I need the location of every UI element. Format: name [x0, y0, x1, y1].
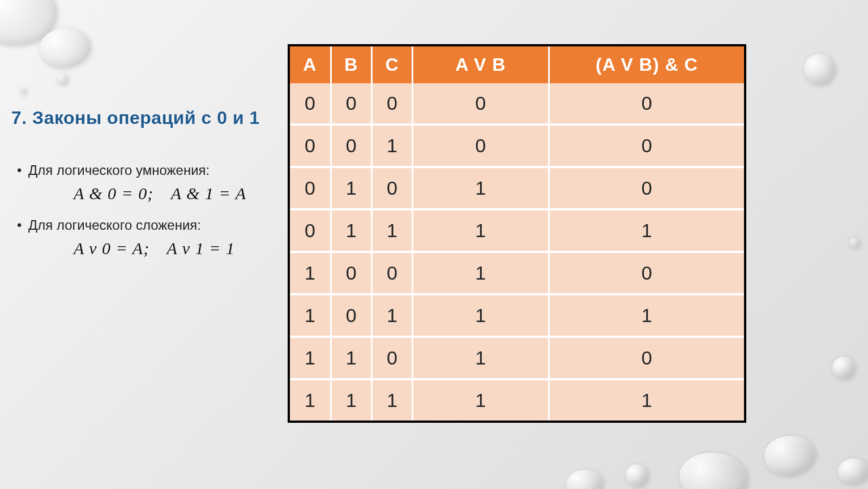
truth-table: A B C A V B (A V B) & C 0000000100010100…: [290, 46, 744, 421]
col-header-b: B: [331, 46, 371, 83]
table-cell: 0: [371, 167, 412, 209]
table-cell: 0: [331, 125, 371, 167]
bubble-decor: [679, 453, 747, 489]
table-cell: 1: [290, 252, 331, 294]
truth-table-container: A B C A V B (A V B) & C 0000000100010100…: [288, 44, 746, 423]
table-row: 10111: [290, 294, 744, 337]
table-cell: 1: [413, 337, 549, 379]
table-cell: 0: [549, 337, 744, 379]
bubble-decor: [40, 28, 91, 68]
table-cell: 0: [331, 83, 371, 125]
bubble-decor: [57, 74, 68, 85]
bubble-decor: [832, 357, 855, 379]
table-cell: 1: [371, 209, 412, 252]
table-cell: 1: [290, 294, 331, 337]
bubble-decor: [566, 470, 603, 489]
table-cell: 1: [290, 337, 331, 379]
table-cell: 0: [549, 252, 744, 294]
table-cell: 0: [549, 83, 744, 125]
table-cell: 1: [331, 167, 371, 209]
table-cell: 1: [331, 379, 371, 421]
table-row: 00000: [290, 83, 744, 125]
law-multiplication-label: Для логического умножения:: [11, 162, 277, 178]
table-header-row: A B C A V B (A V B) & C: [290, 46, 744, 83]
table-cell: 1: [371, 125, 412, 167]
table-cell: 1: [290, 379, 331, 421]
col-header-a: A: [290, 46, 331, 83]
table-cell: 0: [331, 294, 371, 337]
bubble-decor: [849, 238, 860, 248]
law-addition-label: Для логического сложения:: [11, 217, 277, 233]
section-heading: 7. Законы операций с 0 и 1: [11, 108, 277, 128]
table-cell: 1: [549, 294, 744, 337]
left-panel: 7. Законы операций с 0 и 1 Для логическо…: [11, 108, 277, 272]
bubble-decor: [626, 464, 648, 487]
law-addition-formula: A v 0 = A; A v 1 = 1: [74, 239, 277, 258]
table-cell: 0: [290, 167, 331, 209]
table-cell: 0: [290, 83, 331, 125]
table-cell: 0: [290, 209, 331, 252]
table-cell: 0: [290, 125, 331, 167]
table-cell: 1: [413, 294, 549, 337]
table-cell: 1: [331, 337, 371, 379]
table-row: 11111: [290, 379, 744, 421]
table-cell: 1: [413, 209, 549, 252]
table-row: 01010: [290, 167, 744, 209]
laws-list: Для логического умножения: A & 0 = 0; A …: [11, 162, 277, 258]
table-cell: 0: [549, 167, 744, 209]
table-cell: 0: [371, 337, 412, 379]
table-cell: 0: [549, 125, 744, 167]
law-multiplication-formula: A & 0 = 0; A & 1 = A: [74, 184, 277, 203]
bubble-decor: [764, 436, 815, 475]
table-row: 11010: [290, 337, 744, 379]
table-cell: 1: [413, 167, 549, 209]
table-cell: 1: [549, 379, 744, 421]
bubble-decor: [804, 54, 835, 85]
bubble-decor: [838, 458, 868, 484]
table-row: 01111: [290, 209, 744, 252]
table-cell: 0: [413, 125, 549, 167]
col-header-avbc: (A V B) & C: [549, 46, 744, 83]
col-header-c: C: [371, 46, 412, 83]
table-row: 10010: [290, 252, 744, 294]
table-cell: 1: [549, 209, 744, 252]
bubble-decor: [20, 88, 27, 95]
table-cell: 1: [413, 379, 549, 421]
col-header-avb: A V B: [413, 46, 549, 83]
table-cell: 0: [371, 83, 412, 125]
table-cell: 1: [331, 209, 371, 252]
table-row: 00100: [290, 125, 744, 167]
table-cell: 0: [371, 252, 412, 294]
table-cell: 1: [413, 252, 549, 294]
table-cell: 1: [371, 294, 412, 337]
table-cell: 0: [413, 83, 549, 125]
table-cell: 1: [371, 379, 412, 421]
table-cell: 0: [331, 252, 371, 294]
